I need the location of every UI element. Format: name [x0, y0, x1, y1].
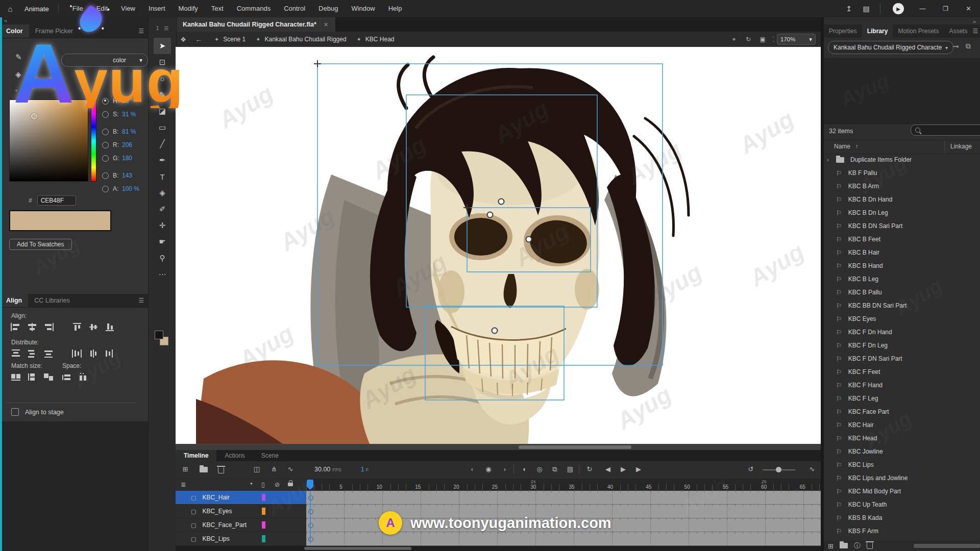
library-item-row[interactable]: › ⚐ KBC F Feet [824, 365, 980, 379]
test-movie-icon[interactable]: ▶ [893, 3, 904, 14]
align-left-icon[interactable] [10, 322, 21, 332]
match-width-icon[interactable] [10, 372, 21, 382]
zoom-tool[interactable]: ⚲ [154, 250, 171, 266]
collapse-panel-icon[interactable]: « [4, 17, 7, 23]
swap-colors-icon[interactable]: ▫ [15, 87, 17, 93]
layer-color-chip[interactable] [262, 508, 265, 515]
match-both-icon[interactable] [43, 372, 54, 382]
breadcrumb-item[interactable]: ✦ Scene 1 [214, 36, 246, 43]
close-button[interactable]: ✕ [957, 0, 980, 17]
column-divider[interactable] [944, 140, 945, 154]
color-mode-radio[interactable] [102, 155, 109, 162]
library-item-row[interactable]: › ⚐ KBC Hair [824, 418, 980, 432]
edit-multiple-frames-icon[interactable]: ⧉ [549, 465, 560, 473]
tab-cc-libraries[interactable]: CC Libraries [28, 294, 76, 307]
menu-item[interactable]: Modify [172, 0, 205, 17]
onion-skin-icon[interactable]: ◖ [519, 465, 530, 473]
library-item-row[interactable]: › ⚐ KBC B DN Sari Part [824, 219, 980, 233]
camera-icon[interactable]: ◫ [251, 465, 262, 473]
library-item-row[interactable]: › ⚐ KBC BB DN Sari Part [824, 299, 980, 312]
library-item-row[interactable]: › ⚐ KBC B Feet [824, 233, 980, 246]
expand-chevron-icon[interactable]: › [827, 157, 829, 163]
color-channel-value[interactable]: 143 [122, 172, 132, 179]
menu-item[interactable]: Control [277, 0, 312, 17]
document-tab[interactable]: Kankaal Bahu Chudail Rigged Character.fl… [176, 17, 335, 32]
close-tab-icon[interactable]: ✕ [324, 21, 328, 28]
auto-keyframe-icon[interactable]: ◉ [483, 465, 494, 473]
frame-rows[interactable] [306, 491, 821, 546]
space-horizontal-icon[interactable] [78, 372, 89, 382]
step-forward-icon[interactable]: ▶ [633, 465, 644, 473]
align-right-icon[interactable] [43, 322, 54, 332]
keyframe-dot[interactable] [308, 495, 313, 500]
color-mode-radio[interactable] [102, 111, 109, 118]
loop-icon[interactable]: ↻ [584, 465, 595, 473]
restore-button[interactable]: ❐ [934, 0, 957, 17]
add-to-swatches-button[interactable]: Add To Swatches [9, 239, 72, 250]
sort-ascending-icon[interactable]: ↑ [855, 143, 859, 149]
checkbox-icon[interactable] [11, 408, 19, 416]
library-item-row[interactable]: › ⚐ KBC Head [824, 432, 980, 445]
color-channel-value[interactable]: 31 % [122, 111, 136, 118]
stage-canvas[interactable]: Ayug Ayug Ayug Ayug Ayug Ayug Ayug Ayug … [176, 47, 821, 444]
panel-menu-icon[interactable]: ☰ [138, 28, 144, 35]
hex-input[interactable] [37, 195, 76, 206]
tab-motion-presets[interactable]: Motion Presets [893, 24, 944, 38]
eraser-tool[interactable]: ◪ [154, 103, 171, 119]
tab-actions[interactable]: Actions [216, 450, 253, 461]
menu-item[interactable]: Debug [312, 0, 345, 17]
layer-color-chip[interactable] [262, 521, 265, 529]
library-item-row[interactable]: › ⚐ KBC Lips and Jowline [824, 471, 980, 485]
reset-timeline-zoom-icon[interactable]: ↺ [745, 465, 756, 473]
scrollbar-thumb[interactable] [519, 445, 631, 449]
hide-column-icon[interactable]: ⊘ [275, 481, 280, 488]
span-based-selection-icon[interactable]: ▤ [565, 465, 576, 473]
distribute-bottom-icon[interactable] [43, 349, 54, 358]
library-item-row[interactable]: › ⚐ KBS B Kada [824, 511, 980, 524]
share-icon[interactable]: ↥ [840, 5, 857, 13]
color-mode-radio[interactable] [102, 172, 109, 179]
keyframe-dot[interactable] [308, 537, 313, 542]
KBC_Lips[interactable]: ▢ KBC_Lips [176, 532, 306, 546]
hue-slider[interactable] [91, 99, 96, 182]
play-icon[interactable]: ▶ [618, 465, 629, 473]
KBC_Eyes[interactable]: ▢ KBC_Eyes [176, 505, 306, 518]
space-vertical-icon[interactable] [61, 372, 72, 382]
KBC_Hair[interactable]: ▢ KBC_Hair [176, 491, 306, 505]
rectangle-tool[interactable]: ▭ [154, 119, 171, 136]
tab-align[interactable]: Align [0, 294, 28, 307]
parenting-view-icon[interactable]: ⋔ [268, 465, 280, 473]
stroke-color-icon[interactable]: ✎ [15, 53, 22, 62]
align-center-horizontal-icon[interactable] [27, 322, 38, 332]
stage-horizontal-scrollbar[interactable] [176, 444, 821, 450]
current-frame-value[interactable]: 1 [361, 466, 364, 473]
workspace-icon[interactable]: ▤ [857, 5, 875, 13]
selection-tool[interactable]: ➤ [154, 38, 171, 54]
menu-item[interactable]: Insert [142, 0, 172, 17]
resize-timeline-view-icon[interactable]: ∿ [806, 465, 818, 473]
color-preview-swatch[interactable] [9, 210, 111, 231]
selection-overlay[interactable] [176, 47, 821, 444]
previous-keyframe-icon[interactable]: ‹ [467, 465, 478, 473]
library-horizontal-scrollbar[interactable] [914, 544, 980, 548]
library-item-row[interactable]: › ⚐ Duplicate Items Folder [824, 153, 980, 166]
layer-color-chip[interactable] [262, 535, 265, 542]
panel-menu-icon[interactable]: ☰ [138, 297, 144, 304]
more-tools[interactable]: ⋯ [154, 266, 171, 283]
align-bottom-icon[interactable] [104, 322, 115, 332]
tab-properties[interactable]: Properties [824, 24, 862, 38]
library-item-row[interactable]: › ⚐ KBC F DN Sari Part [824, 352, 980, 365]
outline-column-icon[interactable]: ▯ [261, 481, 265, 488]
menu-item[interactable]: Edit [90, 0, 114, 17]
library-item-row[interactable]: › ⚐ KBC Up Teath [824, 498, 980, 511]
zoom-stepper[interactable]: ⌃ ⌄ [772, 37, 775, 42]
symbol-edit-icon[interactable]: ❖ [176, 36, 191, 43]
library-item-row[interactable]: › ⚐ KBC Mid Body Part [824, 485, 980, 498]
item-properties-icon[interactable]: ⓘ [854, 541, 861, 550]
KBC_Face_Part[interactable] [306, 518, 821, 532]
library-item-row[interactable]: › ⚐ KBC F Hand [824, 379, 980, 392]
distribute-left-icon[interactable] [71, 349, 83, 358]
graph-editor-icon[interactable]: ∿ [285, 465, 296, 473]
library-item-row[interactable]: › ⚐ KBC B Arm [824, 180, 980, 193]
next-keyframe-icon[interactable]: › [499, 465, 510, 473]
